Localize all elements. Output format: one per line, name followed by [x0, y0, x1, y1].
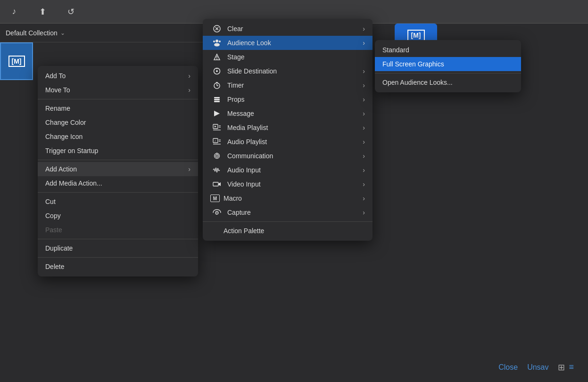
trigger-startup-label: Trigger on Startup	[45, 147, 98, 154]
svg-marker-19	[214, 111, 220, 116]
menu-item-macro[interactable]: M Macro ›	[203, 191, 373, 205]
audio-input-icon	[210, 166, 224, 174]
menu-item-message[interactable]: Message ›	[203, 106, 373, 121]
audience-icon	[210, 39, 224, 47]
separator	[38, 99, 198, 99]
bottom-controls: Close Unsav ⊞ ≡	[498, 362, 574, 373]
menu-item-audio-playlist[interactable]: ♪ Audio Playlist ›	[203, 135, 373, 149]
chevron-icon: ›	[363, 67, 365, 75]
menu-item-add-media-action[interactable]: Add Media Action...	[38, 176, 198, 190]
menu-item-add-to[interactable]: Add To ›	[38, 69, 198, 83]
svg-point-3	[215, 40, 218, 42]
menu-item-communication[interactable]: Communication ›	[203, 149, 373, 163]
copy-label: Copy	[45, 212, 61, 219]
menu-item-trigger-startup[interactable]: Trigger on Startup	[38, 144, 198, 158]
menu-item-action-palette[interactable]: Action Palette	[203, 224, 373, 238]
menu-item-copy[interactable]: Copy	[38, 209, 198, 223]
media-playlist-label: Media Playlist	[227, 124, 268, 131]
context-menu-level1: Add To › Move To › Rename Change Color C…	[38, 66, 198, 276]
macro-label: Macro	[224, 195, 242, 202]
context-menu-level2: Clear › Audience Look › Stage	[203, 19, 373, 241]
menu-item-change-color[interactable]: Change Color	[38, 115, 198, 130]
music-toolbar-btn[interactable]: ♪	[0, 0, 28, 24]
rename-label: Rename	[45, 105, 70, 112]
svg-point-9	[216, 58, 217, 59]
chevron-icon: ›	[188, 72, 190, 80]
props-label: Props	[227, 96, 245, 103]
separator	[38, 160, 198, 160]
menu-item-paste: Paste	[38, 223, 198, 237]
menu-item-add-action[interactable]: Add Action ›	[38, 162, 198, 176]
collection-header: Default Collection ⌄	[0, 24, 203, 42]
add-action-label: Add Action	[45, 165, 77, 173]
slide-destination-label: Slide Destination	[227, 67, 277, 75]
chevron-icon: ›	[363, 124, 365, 131]
menu-item-duplicate[interactable]: Duplicate	[38, 241, 198, 255]
svg-marker-42	[218, 182, 221, 186]
audio-playlist-icon: ♪	[210, 138, 224, 146]
stage-icon	[210, 53, 224, 61]
view-toggle: ⊞ ≡	[558, 362, 574, 373]
menu-item-delete[interactable]: Delete	[38, 260, 198, 274]
collection-name[interactable]: Default Collection	[6, 29, 58, 37]
chevron-icon: ›	[363, 166, 365, 174]
collection-chevron[interactable]: ⌄	[60, 30, 65, 36]
grid-view-icon[interactable]: ⊞	[558, 362, 565, 373]
x-circle-icon	[210, 25, 224, 33]
refresh-toolbar-btn[interactable]: ↺	[57, 0, 85, 24]
svg-line-39	[218, 168, 219, 171]
upload-toolbar-btn[interactable]: ⬆	[28, 0, 57, 24]
close-button[interactable]: Close	[498, 363, 518, 372]
slide-destination-icon	[210, 67, 224, 75]
svg-point-32	[216, 155, 217, 156]
menu-item-clear[interactable]: Clear ›	[203, 22, 373, 36]
menu-item-audience-look[interactable]: Audience Look ›	[203, 36, 373, 50]
chevron-icon: ›	[188, 165, 190, 173]
svg-marker-21	[215, 126, 216, 128]
svg-point-44	[216, 212, 217, 213]
menu-item-open-audience-looks[interactable]: Open Audience Looks...	[375, 75, 521, 89]
menu-item-slide-destination[interactable]: Slide Destination ›	[203, 64, 373, 78]
add-to-label: Add To	[45, 72, 66, 80]
svg-line-40	[219, 170, 220, 171]
svg-rect-16	[214, 97, 220, 98]
svg-point-5	[213, 41, 215, 42]
menu-item-move-to[interactable]: Move To ›	[38, 83, 198, 97]
video-input-icon	[210, 180, 224, 188]
menu-item-rename[interactable]: Rename	[38, 101, 198, 115]
menu-item-change-icon[interactable]: Change Icon	[38, 130, 198, 144]
menu-item-timer[interactable]: Timer ›	[203, 78, 373, 92]
communication-icon	[210, 152, 224, 160]
menu-item-stage[interactable]: Stage	[203, 50, 373, 64]
menu-item-media-playlist[interactable]: Media Playlist ›	[203, 121, 373, 135]
chevron-icon: ›	[363, 39, 365, 47]
cut-label: Cut	[45, 198, 56, 205]
audio-playlist-label: Audio Playlist	[227, 138, 267, 146]
svg-point-4	[214, 43, 220, 47]
separator	[38, 192, 198, 193]
context-menu-level3: Standard Full Screen Graphics Open Audie…	[375, 40, 521, 92]
menu-item-standard[interactable]: Standard	[375, 43, 521, 57]
stage-label: Stage	[227, 53, 245, 61]
audio-input-label: Audio Input	[227, 166, 261, 174]
menu-item-cut[interactable]: Cut	[38, 195, 198, 209]
menu-item-capture[interactable]: Capture ›	[203, 205, 373, 219]
capture-label: Capture	[227, 209, 251, 216]
svg-text:♪: ♪	[215, 139, 216, 142]
menu-item-full-screen-graphics[interactable]: Full Screen Graphics	[375, 57, 521, 71]
duplicate-label: Duplicate	[45, 244, 73, 252]
message-icon	[210, 110, 224, 117]
svg-rect-17	[214, 99, 220, 100]
menu-item-props[interactable]: Props ›	[203, 92, 373, 106]
unsave-button[interactable]: Unsav	[527, 363, 548, 372]
video-input-label: Video Input	[227, 180, 261, 188]
chevron-icon: ›	[363, 110, 365, 117]
add-media-action-label: Add Media Action...	[45, 179, 102, 187]
menu-item-audio-input[interactable]: Audio Input ›	[203, 163, 373, 177]
move-to-label: Move To	[45, 86, 70, 94]
timer-label: Timer	[227, 81, 244, 89]
m-icon-item[interactable]: [M]	[0, 42, 33, 80]
list-view-icon[interactable]: ≡	[569, 362, 574, 373]
message-label: Message	[227, 110, 254, 117]
menu-item-video-input[interactable]: Video Input ›	[203, 177, 373, 191]
